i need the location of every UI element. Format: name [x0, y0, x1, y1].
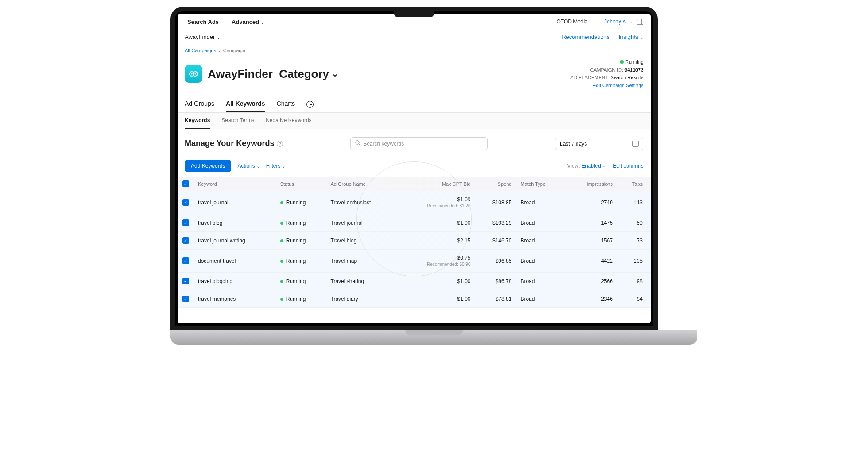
cell-ad-group: Travel blog — [326, 232, 399, 250]
tab-charts[interactable]: Charts — [277, 96, 295, 112]
cell-keyword: document travel — [194, 250, 276, 273]
cell-bid: $1.00 — [398, 290, 475, 308]
divider — [225, 18, 225, 25]
cell-match: Broad — [516, 214, 566, 232]
cell-taps: 135 — [617, 250, 651, 273]
table-row[interactable]: ✓document travelRunningTravel map$0.75Re… — [178, 250, 651, 273]
cell-taps: 113 — [617, 191, 651, 214]
row-checkbox[interactable]: ✓ — [182, 296, 189, 302]
chevron-down-icon: ⌄ — [282, 164, 285, 169]
tab-ad-groups[interactable]: Ad Groups — [185, 96, 214, 112]
svg-point-4 — [356, 141, 359, 144]
cell-impressions: 1567 — [566, 232, 617, 250]
cell-bid: $1.90 — [398, 214, 475, 232]
chevron-down-icon: ⌄ — [602, 164, 606, 169]
cell-status: Running — [276, 191, 326, 214]
app-icon — [185, 65, 202, 83]
user-menu[interactable]: Johnny A. ⌄ — [604, 19, 632, 25]
breadcrumb-link[interactable]: All Campaigns — [185, 48, 216, 53]
actions-dropdown[interactable]: Actions⌄ — [237, 163, 260, 169]
col-keyword[interactable]: Keyword — [194, 177, 276, 191]
date-range-value: Last 7 days — [560, 141, 587, 147]
cell-keyword: travel blogging — [194, 273, 276, 290]
table-row[interactable]: ✓travel blogRunningTravel journal$1.90$1… — [178, 214, 651, 232]
cell-bid: $1.00Recommended: $1.20 — [398, 191, 475, 214]
table-row[interactable]: ✓travel journal writingRunningTravel blo… — [178, 232, 651, 250]
add-keywords-button[interactable]: Add Keywords — [185, 160, 231, 172]
row-checkbox[interactable]: ✓ — [182, 278, 189, 284]
cell-spend: $103.29 — [475, 214, 516, 232]
subtab-keywords[interactable]: Keywords — [185, 113, 210, 129]
cell-status: Running — [276, 250, 326, 273]
cell-ad-group: Travel map — [326, 250, 399, 273]
filters-dropdown[interactable]: Filters⌄ — [266, 163, 286, 169]
cell-match: Broad — [516, 191, 566, 214]
campaign-title-dropdown[interactable]: AwayFinder_Category ⌄ — [208, 67, 338, 81]
bid-recommendation: Recommended: $0.90 — [403, 262, 470, 267]
row-checkbox[interactable]: ✓ — [182, 219, 189, 226]
cell-taps: 94 — [617, 290, 651, 308]
brand-label: Search Ads — [187, 19, 219, 25]
select-all-checkbox[interactable]: ✓ — [182, 180, 189, 187]
mode-dropdown[interactable]: Advanced ⌄ — [232, 19, 264, 25]
table-row[interactable]: ✓travel journalRunningTravel enthusiast$… — [178, 191, 651, 214]
cell-keyword: travel journal writing — [194, 232, 276, 250]
status-dot-icon — [280, 260, 283, 263]
subtab-search-terms[interactable]: Search Terms — [221, 113, 254, 129]
cell-match: Broad — [516, 273, 566, 290]
campaign-status: Running — [625, 59, 643, 65]
search-input[interactable]: Search keywords — [350, 137, 488, 150]
breadcrumb: All Campaigns › Campaign — [178, 44, 651, 57]
cell-match: Broad — [516, 290, 566, 308]
help-icon[interactable]: ? — [277, 141, 283, 147]
cell-bid: $2.15 — [398, 232, 475, 250]
col-match-type[interactable]: Match Type — [516, 177, 566, 191]
cell-match: Broad — [516, 232, 566, 250]
tab-all-keywords[interactable]: All Keywords — [226, 96, 265, 112]
status-dot-icon — [620, 60, 624, 64]
calendar-icon — [632, 141, 639, 147]
subtab-negative-keywords[interactable]: Negative Keywords — [266, 113, 311, 129]
cell-taps: 98 — [617, 273, 651, 290]
recommendations-link[interactable]: Recommendations — [562, 34, 609, 40]
cell-status: Running — [276, 273, 326, 290]
table-row[interactable]: ✓travel memoriesRunningTravel diary$1.00… — [178, 290, 651, 308]
cell-keyword: travel journal — [194, 191, 276, 214]
view-dropdown[interactable]: Enabled ⌄ — [581, 163, 606, 169]
ad-placement-value: Search Results — [610, 75, 643, 80]
campaign-header: AwayFinder_Category ⌄ Running CAMPAIGN I… — [178, 57, 651, 96]
cell-status: Running — [276, 290, 326, 308]
col-spend[interactable]: Spend — [475, 177, 516, 191]
cell-taps: 59 — [617, 214, 651, 232]
status-dot-icon — [280, 280, 283, 283]
app-dropdown[interactable]: AwayFinder ⌄ — [185, 34, 220, 40]
row-checkbox[interactable]: ✓ — [182, 199, 189, 206]
col-ad-group[interactable]: Ad Group Name — [326, 177, 399, 191]
row-checkbox[interactable]: ✓ — [182, 257, 189, 264]
date-range-picker[interactable]: Last 7 days — [555, 138, 643, 150]
cell-spend: $96.85 — [475, 250, 516, 273]
edit-columns-link[interactable]: Edit columns — [613, 163, 643, 169]
history-icon[interactable] — [306, 101, 314, 108]
view-label: View: — [567, 163, 580, 169]
cell-bid: $0.75Recommended: $0.90 — [398, 250, 475, 273]
status-dot-icon — [280, 222, 283, 225]
insights-dropdown[interactable]: Insights ⌄ — [619, 34, 643, 40]
panel-toggle-icon[interactable] — [637, 19, 643, 25]
col-max-cpt-bid[interactable]: Max CPT Bid — [398, 177, 475, 191]
chevron-down-icon: ⌄ — [640, 35, 643, 40]
sub-tabs: Keywords Search Terms Negative Keywords — [178, 113, 651, 129]
app-screen: Search Ads Advanced ⌄ OTOD Media Johnny … — [178, 14, 651, 323]
laptop-notch — [394, 11, 434, 17]
search-icon — [355, 140, 360, 147]
col-impressions[interactable]: Impressions — [566, 177, 617, 191]
table-row[interactable]: ✓travel bloggingRunningTravel sharing$1.… — [178, 273, 651, 290]
cell-bid: $1.00 — [398, 273, 475, 290]
col-status[interactable]: Status — [276, 177, 326, 191]
edit-campaign-link[interactable]: Edit Campaign Settings — [593, 83, 643, 88]
col-taps[interactable]: Taps — [617, 177, 651, 191]
cell-spend: $146.70 — [475, 232, 516, 250]
row-checkbox[interactable]: ✓ — [182, 237, 189, 244]
cell-taps: 73 — [617, 232, 651, 250]
cell-status: Running — [276, 214, 326, 232]
